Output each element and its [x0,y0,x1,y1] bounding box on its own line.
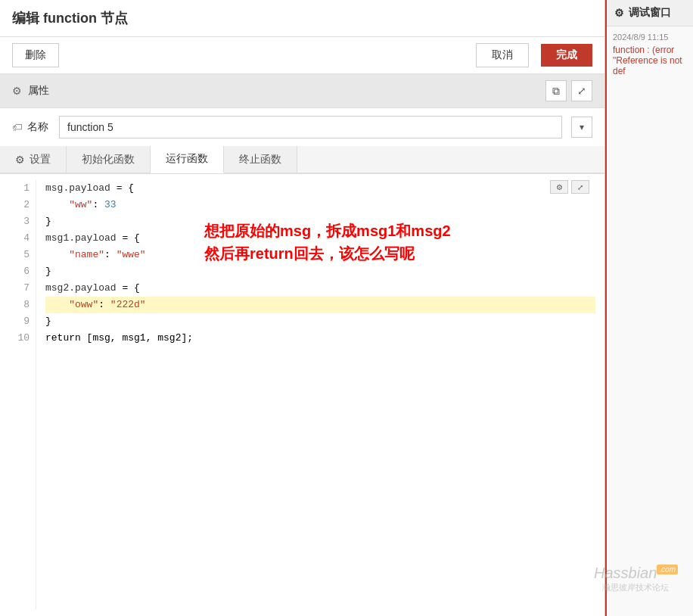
tab-run[interactable]: 运行函数 [151,146,224,173]
dropdown-icon: ▾ [580,122,584,132]
properties-header: ⚙ 属性 ⧉ ⤢ [0,74,604,108]
debug-panel: ⚙ 调试窗口 2024/8/9 11:15 function : (error … [605,0,693,616]
line-numbers: 1 2 3 4 5 6 7 8 9 10 [0,180,36,610]
code-content[interactable]: msg.payload = { "ww": 33 } msg1.payload … [36,180,604,610]
page-title: 编辑 function 节点 [12,9,592,27]
tab-settings-gear-icon: ⚙ [15,154,25,166]
tag-icon: 🏷 [12,121,23,133]
code-editor: 1 2 3 4 5 6 7 8 9 10 msg.payload = { "ww… [0,174,604,616]
editor-header: 编辑 function 节点 [0,0,604,37]
properties-title: ⚙ 属性 [12,84,49,98]
code-expand-icon[interactable]: ⤢ [571,180,589,194]
delete-button[interactable]: 删除 [12,43,59,67]
cancel-button[interactable]: 取消 [476,43,529,67]
copy-icon-button[interactable]: ⧉ [545,80,567,101]
watermark: Hassbian.com 瀚思彼岸技术论坛 [594,565,678,593]
tab-init-label: 初始化函数 [82,153,135,166]
tab-stop[interactable]: 终止函数 [224,146,297,173]
done-button[interactable]: 完成 [541,44,592,67]
expand-icon-button[interactable]: ⤢ [571,80,592,101]
tab-settings-label: 设置 [30,153,51,166]
tab-settings[interactable]: ⚙ 设置 [0,146,67,173]
name-input[interactable] [59,116,562,138]
debug-timestamp: 2024/8/9 11:15 [613,33,687,42]
debug-gear-icon: ⚙ [614,7,624,19]
watermark-subtitle: 瀚思彼岸技术论坛 [594,582,678,593]
tab-stop-label: 终止函数 [239,153,281,166]
watermark-brand: Hassbian.com [594,565,678,582]
name-dropdown-button[interactable]: ▾ [571,117,592,138]
tabs-row: ⚙ 设置 初始化函数 运行函数 终止函数 [0,146,604,173]
tab-run-label: 运行函数 [166,152,208,166]
debug-header: ⚙ 调试窗口 [607,0,693,26]
tab-init[interactable]: 初始化函数 [67,146,151,173]
name-row: 🏷 名称 ▾ [0,108,604,146]
debug-error-detail: "Reference is not def [613,55,687,76]
properties-label: 属性 [28,84,49,98]
tabs-section: ⚙ 设置 初始化函数 运行函数 终止函数 [0,146,604,174]
debug-title: 调试窗口 [629,6,671,20]
properties-gear-icon: ⚙ [12,85,22,97]
debug-content: 2024/8/9 11:15 function : (error "Refere… [607,26,693,616]
code-settings-icon[interactable]: ⚙ [550,180,568,194]
properties-actions: ⧉ ⤢ [545,80,592,101]
debug-error-text: function : (error [613,45,687,55]
editor-toolbar: 删除 取消 完成 [0,37,604,74]
name-label: 🏷 名称 [12,120,50,134]
code-toolbar: ⚙ ⤢ [550,180,589,194]
code-editor-inner[interactable]: 1 2 3 4 5 6 7 8 9 10 msg.payload = { "ww… [0,174,604,616]
